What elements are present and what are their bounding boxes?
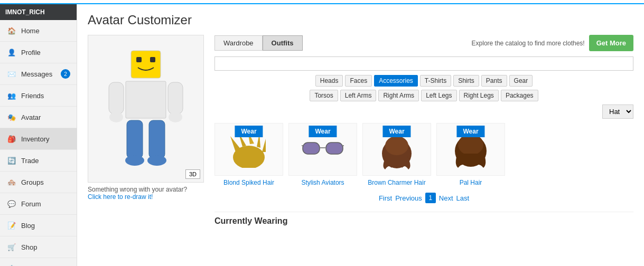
groups-icon: 🏘️	[6, 177, 17, 187]
sidebar-item-messages[interactable]: ✉️ Messages 2	[0, 63, 77, 85]
item-image-brown-charmer: Wear	[362, 123, 431, 176]
sidebar-item-label: Blog	[21, 222, 35, 230]
item-image-pal-hair: Wear	[436, 123, 505, 176]
filter-right-arms[interactable]: Right Arms	[378, 90, 419, 101]
sidebar: IMNOT_RICH 🏠 Home 👤 Profile ✉️ Messages …	[0, 4, 77, 266]
item-name-stylish-aviators[interactable]: Stylish Aviators	[288, 179, 357, 186]
item-image-stylish-aviators: Wear	[288, 123, 357, 176]
sidebar-item-home[interactable]: 🏠 Home	[0, 20, 77, 42]
trade-icon: 🔄	[6, 155, 17, 166]
avatar-issue: Something wrong with your avatar? Click …	[88, 186, 204, 201]
sidebar-item-label: Profile	[21, 49, 41, 56]
redraw-link[interactable]: Click here to re-draw it!	[88, 193, 153, 201]
top-bar	[0, 0, 644, 4]
svg-marker-17	[262, 139, 266, 152]
tab-outfits[interactable]: Outfits	[263, 35, 303, 51]
sidebar-item-label: Shop	[21, 243, 37, 251]
friends-icon: 👥	[6, 90, 17, 101]
sidebar-item-shop[interactable]: 🛒 Shop	[0, 236, 77, 258]
item-card-pal-hair: Wear Pal Hair	[436, 123, 505, 186]
svg-rect-4	[109, 82, 124, 114]
tabs-row: Wardrobe Outfits Explore the catalog to …	[214, 35, 633, 51]
filter-faces[interactable]: Faces	[345, 75, 372, 87]
stylish-aviators-image	[302, 136, 344, 163]
profile-icon: 👤	[6, 47, 17, 58]
svg-point-10	[109, 112, 123, 122]
item-name-pal-hair[interactable]: Pal Hair	[436, 179, 505, 186]
sidebar-item-blog[interactable]: 📝 Blog	[0, 215, 77, 236]
sidebar-item-label: Messages	[21, 70, 52, 78]
hat-select[interactable]: Hat	[602, 104, 633, 119]
wear-button-pal-hair[interactable]: Wear	[456, 126, 484, 137]
filter-tshirts[interactable]: T-Shirts	[420, 75, 451, 87]
filter-row-1: Heads Faces Accessories T-Shirts Shirts …	[214, 75, 633, 87]
filter-pants[interactable]: Pants	[481, 75, 507, 87]
filter-packages[interactable]: Packages	[501, 90, 538, 101]
svg-rect-1	[136, 57, 142, 62]
sidebar-item-groups[interactable]: 🏘️ Groups	[0, 172, 77, 193]
item-card-stylish-aviators: Wear Stylish Aviators	[288, 123, 357, 186]
item-name-blond-spiked[interactable]: Blond Spiked Hair	[214, 179, 283, 186]
main-content: Avatar Customizer	[77, 4, 644, 266]
shop-icon: 🛒	[6, 242, 17, 252]
blog-icon: 📝	[6, 220, 17, 231]
filter-heads[interactable]: Heads	[315, 75, 343, 87]
sidebar-item-label: Friends	[21, 92, 44, 100]
filter-shirts[interactable]: Shirts	[453, 75, 479, 87]
sidebar-item-inventory[interactable]: 🎒 Inventory	[0, 128, 77, 150]
items-grid: Wear Blond Spiked Hair	[214, 123, 633, 186]
filter-left-arms[interactable]: Left Arms	[340, 90, 377, 101]
sidebar-item-profile[interactable]: 👤 Profile	[0, 42, 77, 63]
svg-rect-6	[127, 120, 143, 158]
hat-select-row: Hat	[214, 104, 633, 119]
get-more-button[interactable]: Get More	[589, 35, 633, 51]
catalog-info: Explore the catalog to find more clothes…	[472, 40, 585, 47]
search-input[interactable]	[214, 56, 633, 71]
filter-left-legs[interactable]: Left Legs	[421, 90, 456, 101]
filter-torsos[interactable]: Torsos	[310, 90, 338, 101]
sidebar-item-forum[interactable]: 💬 Forum	[0, 193, 77, 215]
3d-button[interactable]: 3D	[185, 169, 200, 179]
filter-row-2: Torsos Left Arms Right Arms Left Legs Ri…	[214, 90, 633, 101]
svg-rect-2	[150, 57, 155, 62]
tab-wardrobe[interactable]: Wardrobe	[214, 35, 263, 51]
filter-right-legs[interactable]: Right Legs	[459, 90, 499, 101]
main-layout: IMNOT_RICH 🏠 Home 👤 Profile ✉️ Messages …	[0, 4, 644, 266]
pagination-last[interactable]: Last	[456, 194, 470, 202]
sidebar-item-label: Forum	[21, 200, 41, 208]
pagination-next[interactable]: Next	[439, 194, 453, 202]
item-card-blond-spiked: Wear Blond Spiked Hair	[214, 123, 283, 186]
svg-point-9	[147, 155, 166, 166]
wear-button-stylish-aviators[interactable]: Wear	[309, 126, 337, 137]
wardrobe-panel: Wardrobe Outfits Explore the catalog to …	[214, 35, 633, 226]
svg-point-8	[125, 155, 144, 166]
avatar-icon: 🎭	[6, 112, 17, 122]
wear-button-brown-charmer[interactable]: Wear	[382, 126, 410, 137]
pagination-previous[interactable]: Previous	[395, 194, 422, 202]
pagination-first[interactable]: First	[379, 194, 392, 202]
svg-rect-18	[303, 142, 320, 154]
sidebar-item-avatar[interactable]: 🎭 Avatar	[0, 107, 77, 128]
item-name-brown-charmer[interactable]: Brown Charmer Hair	[362, 179, 431, 186]
filter-accessories[interactable]: Accessories	[374, 75, 418, 87]
pagination: First Previous 1 Next Last	[214, 193, 633, 203]
sidebar-username: IMNOT_RICH	[0, 4, 77, 20]
item-image-blond-spiked: Wear	[214, 123, 283, 176]
sidebar-item-label: Inventory	[21, 135, 49, 143]
sidebar-item-label: Home	[21, 27, 40, 35]
sidebar-item-friends[interactable]: 👥 Friends	[0, 85, 77, 107]
wear-button-blond-spiked[interactable]: Wear	[235, 126, 263, 137]
svg-rect-7	[149, 120, 165, 158]
svg-rect-5	[168, 82, 183, 114]
sidebar-item-label: Groups	[21, 178, 44, 186]
avatar-image	[104, 45, 188, 172]
sidebar-item-control-panel[interactable]: ⚙️ Control Panel	[0, 258, 77, 266]
sidebar-item-trade[interactable]: 🔄 Trade	[0, 150, 77, 172]
control-panel-icon: ⚙️	[6, 263, 17, 266]
filter-gear[interactable]: Gear	[509, 75, 533, 87]
inventory-icon: 🎒	[6, 134, 17, 144]
item-card-brown-charmer: Wear Brown Charmer Hair	[362, 123, 431, 186]
svg-rect-3	[126, 81, 166, 118]
svg-rect-19	[326, 142, 343, 154]
page-title: Avatar Customizer	[88, 13, 633, 27]
